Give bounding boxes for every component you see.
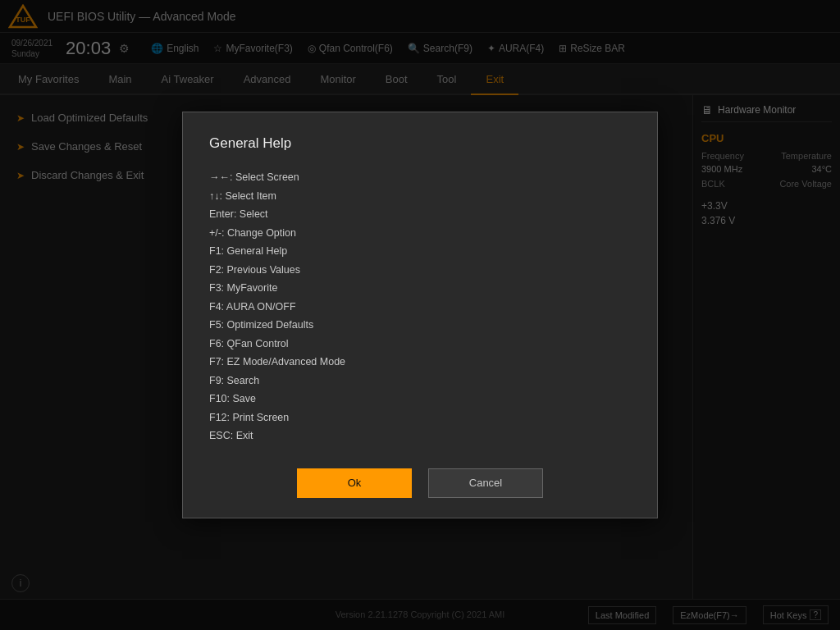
- modal-overlay: General Help →←: Select Screen↑↓: Select…: [0, 0, 840, 630]
- help-item: F4: AURA ON/OFF: [209, 298, 631, 317]
- help-item: Enter: Select: [209, 205, 631, 224]
- modal-content: →←: Select Screen↑↓: Select ItemEnter: S…: [209, 168, 631, 445]
- modal-buttons: Ok Cancel: [209, 468, 631, 498]
- help-item: F7: EZ Mode/Advanced Mode: [209, 353, 631, 372]
- help-item: F6: QFan Control: [209, 335, 631, 354]
- help-item: ESC: Exit: [209, 427, 631, 445]
- general-help-modal: General Help →←: Select Screen↑↓: Select…: [182, 112, 658, 518]
- help-item: →←: Select Screen: [209, 168, 631, 187]
- help-item: F10: Save: [209, 390, 631, 409]
- help-item: F12: Print Screen: [209, 409, 631, 427]
- help-item: F5: Optimized Defaults: [209, 316, 631, 335]
- help-item: F1: General Help: [209, 242, 631, 261]
- help-item: F9: Search: [209, 372, 631, 390]
- cancel-button[interactable]: Cancel: [428, 468, 543, 498]
- help-item: +/-: Change Option: [209, 224, 631, 243]
- ok-button[interactable]: Ok: [297, 468, 412, 498]
- help-item: ↑↓: Select Item: [209, 187, 631, 206]
- help-item: F3: MyFavorite: [209, 279, 631, 298]
- help-item: F2: Previous Values: [209, 261, 631, 280]
- modal-title: General Help: [209, 135, 631, 152]
